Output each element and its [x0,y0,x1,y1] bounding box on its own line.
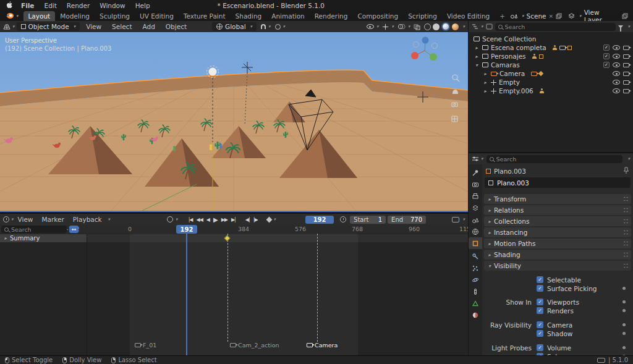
ray-camera-checkbox[interactable] [537,321,543,328]
ray-shadow-checkbox[interactable] [537,330,543,337]
workspace-tab-animation[interactable]: Animation [266,11,310,21]
selectable-checkbox[interactable] [537,276,543,283]
visibility-toggles-button[interactable]: ▾ [367,24,379,29]
hide-viewport-icon[interactable] [613,88,620,93]
panel-drag-icon[interactable] [623,196,629,202]
shading-material-active[interactable] [441,22,450,31]
decorator-dot[interactable] [622,332,626,335]
frame-end-field[interactable]: End770 [388,216,426,224]
decorator-dot[interactable] [622,300,626,303]
section-instancing[interactable]: ▸Instancing [484,227,631,237]
disable-render-icon[interactable] [623,46,629,50]
menu-edit[interactable]: Edit [40,2,61,9]
pin-icon[interactable] [623,167,629,174]
viewport-menu-view[interactable]: View [82,23,106,30]
outliner-row-empty[interactable]: ▸ Empty [469,78,633,87]
props-tab-constraints[interactable] [469,286,482,297]
props-tab-object[interactable] [469,237,482,249]
apple-icon[interactable] [6,0,13,11]
playhead[interactable] [186,226,187,355]
decorator-dot[interactable] [622,323,626,326]
marker-camera[interactable]: Camera [307,342,338,349]
outliner-editor-type-button[interactable]: ▾ [472,23,483,30]
outliner-search-field[interactable]: Search [495,23,616,31]
shading-solid-icon[interactable] [433,23,440,30]
jump-to-start-button[interactable]: |◀ [187,216,195,223]
decorator-dot[interactable] [622,346,626,349]
disable-render-icon[interactable] [623,80,629,85]
next-frame-button[interactable]: |▶ [252,216,260,223]
workspace-tab-video-editing[interactable]: Video Editing [442,11,495,21]
props-tab-particles[interactable] [469,262,482,274]
workspace-tab-texture-paint[interactable]: Texture Paint [179,11,231,21]
workspace-tab-compositing[interactable]: Compositing [352,11,403,21]
disable-render-icon[interactable] [623,54,629,59]
disable-render-icon[interactable] [623,72,629,76]
next-keyframe-button[interactable]: ▶▶ [219,216,229,223]
props-tab-output[interactable] [469,190,482,202]
properties-editor-type-button[interactable]: ▾ [472,156,483,162]
outliner-row-personajes[interactable]: ▸ Personajes [469,52,633,61]
timeline-editor-type-button[interactable]: ▾ [3,216,14,222]
props-tab-tool[interactable] [469,167,482,179]
auto-keying-toggle[interactable]: ▾ [167,216,178,222]
current-frame-field[interactable]: 192 [305,216,334,224]
outliner-row-empty-006[interactable]: ▸ Empty.006 [469,87,633,95]
workspace-tab-uv-editing[interactable]: UV Editing [135,11,179,21]
shading-wireframe-icon[interactable] [424,23,431,30]
panel-drag-icon[interactable] [623,240,629,247]
surface-picking-checkbox[interactable] [537,285,543,292]
workspace-tab-rendering[interactable]: Rendering [310,11,353,21]
play-reverse-button[interactable]: ◀ [205,216,211,223]
scene-selector[interactable]: ▾ Scene × [510,12,562,20]
menu-file[interactable]: File [17,2,39,9]
props-tab-render[interactable] [469,179,482,190]
panel-drag-icon[interactable] [623,218,629,224]
properties-search-field[interactable]: Search [486,155,623,163]
section-collections[interactable]: ▸Collections [484,216,631,226]
hide-viewport-icon[interactable] [613,54,620,59]
props-tab-world[interactable] [469,226,482,237]
props-tab-physics[interactable] [469,274,482,286]
transform-orientation-dropdown[interactable]: Global▾ [212,22,257,31]
frame-start-field[interactable]: Start1 [350,216,386,224]
gizmos-toggle[interactable]: ▾ [382,23,394,30]
props-tab-view-layer[interactable] [469,202,482,214]
timeline-body[interactable]: ▸ Summary F_01 Cam_2_action Camera [0,234,468,355]
viewport-menu-add[interactable]: Add [138,23,159,30]
blender-menu-button[interactable]: ▾ [5,12,19,19]
prev-keyframe-button[interactable]: ◀◀ [194,216,204,223]
summary-channel[interactable]: ▸ Summary [0,234,87,242]
jump-to-end-button[interactable]: ▶| [229,216,237,223]
channel-search-field[interactable]: Search [1,226,67,233]
section-motion-paths[interactable]: ▸Motion Paths [484,239,631,248]
unlink-scene-icon[interactable]: × [549,13,554,19]
outliner-row-escena-completa[interactable]: ▸ Escena completa [469,43,633,52]
play-button[interactable]: ▶ [211,216,219,224]
playhead-frame-chip[interactable]: 192 [176,225,197,234]
hide-viewport-icon[interactable] [613,62,620,67]
section-transform[interactable]: ▸Transform [484,194,631,204]
timeline-menu-playback[interactable]: Playback▾ [69,216,110,223]
properties-breadcrumb[interactable]: Plano.003 [486,166,526,176]
decorator-dot[interactable] [622,287,626,290]
props-tab-modifiers[interactable] [469,250,482,262]
keying-set-dropdown[interactable]: ▾ [267,217,276,222]
exclude-checkbox[interactable] [603,62,610,68]
viewport-canvas[interactable] [0,32,468,211]
prev-frame-button[interactable]: ◀| [244,216,252,223]
workspace-tab-modeling[interactable]: Modeling [55,11,95,21]
exclude-checkbox[interactable] [603,44,610,51]
new-scene-icon[interactable] [556,13,562,19]
marker-f01[interactable]: F_01 [135,342,156,349]
props-tab-object-data[interactable] [469,297,482,309]
workspace-tab-scripting[interactable]: Scripting [403,11,442,21]
mode-dropdown[interactable]: Object Mode▾ [17,22,80,31]
outliner-row-camaras[interactable]: ▾ Camaras [469,61,633,69]
expand-channels-button[interactable]: ↔ [69,226,79,233]
xray-toggle[interactable] [414,21,420,33]
panel-drag-icon[interactable] [623,229,629,235]
workspace-tab-layout[interactable]: Layout [23,11,56,21]
snap-toggle[interactable]: ▾ [261,24,271,29]
object-name-field[interactable]: Plano.003 [485,177,631,188]
